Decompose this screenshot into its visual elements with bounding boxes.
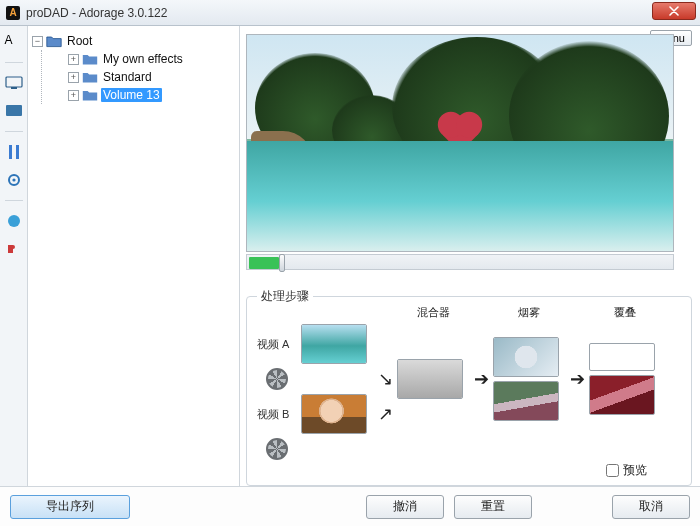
- tree-item-label: My own effects: [101, 52, 185, 66]
- tree-root-label: Root: [65, 34, 94, 48]
- arrow-icon: ➔: [473, 368, 489, 390]
- toolbar-puzzle-button[interactable]: [4, 239, 24, 259]
- tree-pane: − Root + My own effects + Standard +: [28, 26, 240, 486]
- tree-item-label: Volume 13: [101, 88, 162, 102]
- folder-icon: [82, 52, 98, 66]
- filmreel-b-icon: [266, 438, 288, 460]
- tree-item-volume13[interactable]: + Volume 13: [50, 86, 235, 104]
- svg-rect-2: [6, 105, 22, 116]
- preview-checkbox[interactable]: [606, 464, 619, 477]
- screen-icon: [5, 104, 23, 118]
- tree-item-label: Standard: [101, 70, 154, 84]
- tree-item-my-effects[interactable]: + My own effects: [50, 50, 235, 68]
- toolbar-logo-button[interactable]: A: [4, 32, 24, 52]
- arrow-icon: ↘: [378, 368, 393, 390]
- reset-button[interactable]: 重置: [454, 495, 532, 519]
- toolbar-monitor-button[interactable]: [4, 73, 24, 93]
- window-titlebar: A proDAD - Adorage 3.0.122: [0, 0, 700, 26]
- thumb-video-a[interactable]: [301, 324, 367, 364]
- sliders-icon: [6, 144, 22, 160]
- right-pane: Menu 处理步骤 混合器 烟雾 覆叠: [240, 26, 700, 486]
- tree-root[interactable]: − Root: [32, 32, 235, 50]
- expander-icon[interactable]: +: [68, 72, 79, 83]
- folder-icon: [82, 88, 98, 102]
- toolbar-gear-button[interactable]: [4, 170, 24, 190]
- thumb-video-b[interactable]: [301, 394, 367, 434]
- processing-steps-group: 处理步骤 混合器 烟雾 覆叠 视频 A ➔ ➔: [246, 296, 692, 486]
- app-icon: A: [6, 6, 20, 20]
- gear-icon: [6, 172, 22, 188]
- expander-icon[interactable]: +: [68, 54, 79, 65]
- undo-button[interactable]: 撤消: [366, 495, 444, 519]
- close-icon: [669, 6, 679, 16]
- expander-icon[interactable]: +: [68, 90, 79, 101]
- toolbar-globe-button[interactable]: [4, 211, 24, 231]
- thumb-smoke-preset[interactable]: [493, 337, 559, 377]
- filmreel-a-icon: [266, 368, 288, 390]
- svg-point-6: [12, 178, 15, 181]
- globe-icon: [6, 213, 22, 229]
- svg-rect-1: [11, 87, 17, 89]
- thumb-overlay-preset[interactable]: [589, 343, 655, 371]
- thumb-overlay-result[interactable]: [589, 375, 655, 415]
- cancel-button[interactable]: 取消: [612, 495, 690, 519]
- col-smoke-label: 烟雾: [493, 305, 565, 320]
- col-mixer-label: 混合器: [397, 305, 469, 320]
- adorage-icon: A: [5, 33, 23, 51]
- effect-tree[interactable]: − Root + My own effects + Standard +: [28, 26, 239, 486]
- row-video-b-label: 视频 B: [257, 407, 297, 422]
- arrow-icon: ↗: [378, 403, 393, 425]
- svg-rect-0: [6, 77, 22, 87]
- preview-checkbox-label: 预览: [623, 462, 647, 479]
- timeline-scrubber[interactable]: [246, 254, 674, 270]
- export-sequence-button[interactable]: 导出序列: [10, 495, 130, 519]
- timeline-handle[interactable]: [279, 254, 285, 272]
- monitor-icon: [5, 76, 23, 90]
- col-overlay-label: 覆叠: [589, 305, 661, 320]
- video-preview[interactable]: [246, 34, 674, 252]
- tree-item-standard[interactable]: + Standard: [50, 68, 235, 86]
- svg-point-7: [8, 215, 20, 227]
- row-video-a-label: 视频 A: [257, 337, 297, 352]
- svg-rect-4: [16, 145, 19, 159]
- vertical-toolbar: A: [0, 26, 28, 486]
- folder-icon: [82, 70, 98, 84]
- steps-legend: 处理步骤: [257, 288, 313, 305]
- thumb-mixer[interactable]: [397, 359, 463, 399]
- puzzle-icon: [6, 241, 22, 257]
- toolbar-screen-button[interactable]: [4, 101, 24, 121]
- heart-overlay-icon: [442, 116, 479, 153]
- svg-rect-3: [9, 145, 12, 159]
- window-close-button[interactable]: [652, 2, 696, 20]
- toolbar-sliders-button[interactable]: [4, 142, 24, 162]
- thumb-smoke-result[interactable]: [493, 381, 559, 421]
- folder-icon: [46, 34, 62, 48]
- expander-icon[interactable]: −: [32, 36, 43, 47]
- arrow-icon: ➔: [569, 368, 585, 390]
- window-title: proDAD - Adorage 3.0.122: [26, 6, 167, 20]
- footer-bar: 导出序列 撤消 重置 取消: [0, 486, 700, 526]
